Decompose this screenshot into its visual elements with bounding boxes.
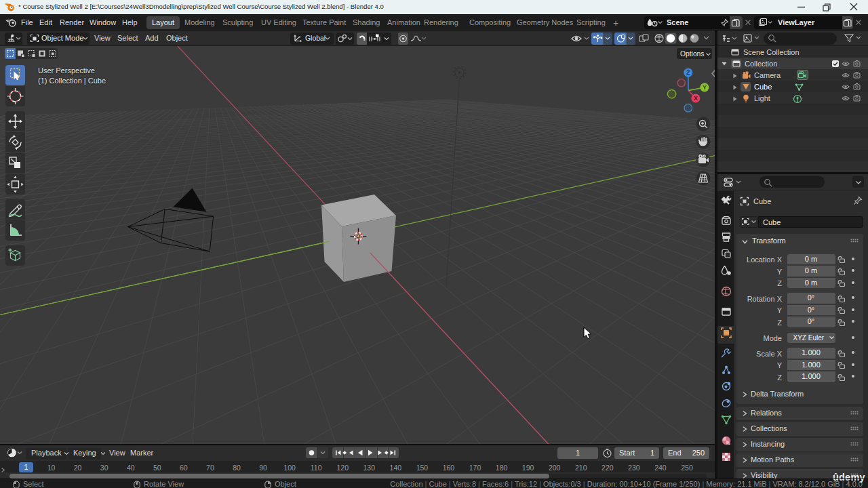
svg-text:X: X (694, 95, 698, 102)
svg-text:Z: Z (686, 69, 690, 76)
svg-text:Y: Y (703, 84, 707, 91)
